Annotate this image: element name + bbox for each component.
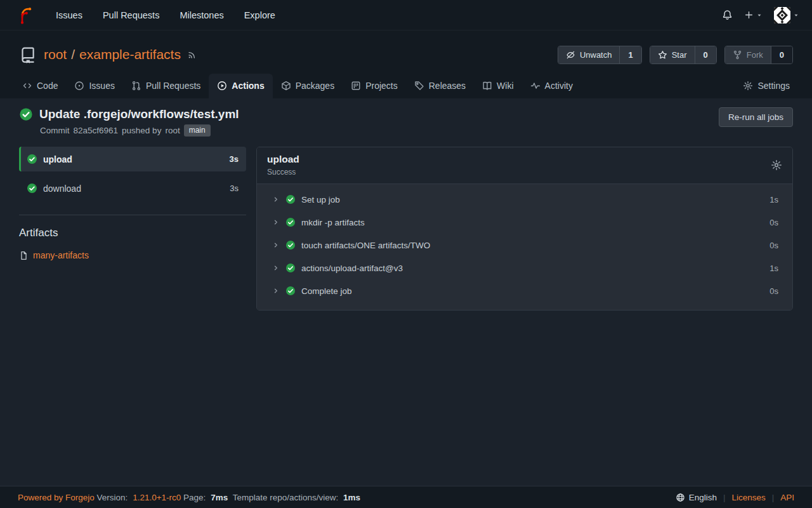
licenses-link[interactable]: Licenses (731, 493, 765, 502)
check-circle-icon (285, 217, 296, 227)
star-button[interactable]: Star 0 (650, 46, 717, 64)
tab-label: Code (37, 81, 58, 91)
user-menu[interactable] (770, 3, 803, 27)
nav-issues[interactable]: Issues (46, 0, 93, 30)
check-circle-icon (19, 107, 33, 121)
step-label: touch artifacts/ONE artifacts/TWO (301, 241, 430, 250)
tab-projects[interactable]: Projects (343, 74, 406, 98)
footer: Powered by Forgejo Version: 1.21.0+1-rc0… (0, 486, 812, 508)
repo-header: root / example-artifacts Unwatch 1 (0, 30, 812, 98)
template-time-value: 1ms (343, 493, 360, 502)
gear-icon[interactable] (771, 159, 782, 171)
star-label: Star (672, 50, 687, 60)
nav-pull-requests[interactable]: Pull Requests (93, 0, 169, 30)
powered-by-link[interactable]: Powered by Forgejo (18, 493, 95, 502)
repo-name-link[interactable]: example-artifacts (79, 47, 181, 62)
check-circle-icon (27, 183, 37, 194)
jobs-sidebar: upload 3s download 3s Artifacts many-art… (19, 147, 246, 260)
footer-links: English | Licenses | API (676, 493, 794, 502)
tab-label: Releases (429, 81, 466, 91)
nav-milestones[interactable]: Milestones (169, 0, 233, 30)
step-row-upload-artifact[interactable]: actions/upload-artifact@v3 1s (257, 257, 792, 279)
step-list: Set up job 1s mkdir -p artifacts 0s touc… (257, 184, 792, 310)
watchers-count[interactable]: 1 (619, 46, 641, 64)
step-row-touch[interactable]: touch artifacts/ONE artifacts/TWO 0s (257, 234, 792, 257)
footer-meta: Powered by Forgejo Version: 1.21.0+1-rc0… (18, 493, 363, 502)
chevron-right-icon (272, 218, 280, 226)
code-icon (22, 81, 32, 91)
step-label: Set up job (301, 195, 340, 204)
repo-owner-link[interactable]: root (44, 47, 67, 62)
job-item-download[interactable]: download 3s (19, 176, 246, 201)
tools-icon (743, 81, 753, 91)
file-icon (19, 251, 29, 260)
unwatch-label: Unwatch (580, 50, 612, 60)
chevron-right-icon (272, 287, 280, 295)
step-label: Complete job (301, 286, 352, 296)
star-icon (658, 50, 667, 60)
job-duration: 3s (230, 154, 239, 164)
chevron-right-icon (272, 196, 280, 203)
tab-pull-requests[interactable]: Pull Requests (123, 74, 209, 98)
commit-author[interactable]: root (165, 126, 180, 135)
api-link[interactable]: API (780, 493, 794, 502)
artifacts-heading: Artifacts (19, 227, 246, 239)
navbar-right (718, 3, 803, 27)
chevron-right-icon (272, 264, 280, 272)
tab-activity[interactable]: Activity (522, 74, 581, 98)
job-detail-panel: upload Success Set up job 1s (256, 147, 793, 311)
footer-divider: | (723, 493, 726, 502)
tab-releases[interactable]: Releases (406, 74, 474, 98)
caret-down-icon (793, 12, 799, 18)
version-link[interactable]: 1.21.0+1-rc0 (133, 493, 181, 502)
unwatch-button[interactable]: Unwatch 1 (558, 46, 642, 64)
template-time-label: Template repo/actions/view: (233, 493, 339, 502)
avatar-identicon[interactable] (774, 7, 790, 23)
book-icon (482, 81, 492, 91)
bell-icon[interactable] (718, 6, 737, 24)
forks-count[interactable]: 0 (771, 46, 792, 64)
fork-button[interactable]: Fork 0 (724, 46, 793, 64)
breadcrumb-divider: / (71, 47, 75, 62)
repo-icon (19, 46, 36, 64)
job-name: upload (43, 154, 72, 164)
check-circle-icon (27, 154, 37, 164)
run-title: Update .forgejo/workflows/test.yml (39, 107, 239, 121)
language-label: English (689, 493, 717, 502)
create-new-button[interactable] (740, 6, 766, 23)
globe-icon (676, 493, 685, 502)
pull-request-icon (131, 81, 141, 91)
tab-label: Actions (232, 81, 264, 91)
footer-divider: | (772, 493, 775, 502)
artifact-link[interactable]: many-artifacts (33, 250, 89, 260)
rss-icon[interactable] (187, 50, 197, 60)
check-circle-icon (285, 263, 296, 273)
tab-packages[interactable]: Packages (273, 74, 343, 98)
nav-explore[interactable]: Explore (234, 0, 285, 30)
step-row-complete[interactable]: Complete job 0s (257, 279, 792, 302)
step-label: actions/upload-artifact@v3 (301, 264, 403, 273)
artifact-item: many-artifacts (19, 250, 246, 260)
tab-issues[interactable]: Issues (66, 74, 122, 98)
job-detail-title: upload (267, 154, 299, 165)
commit-sha[interactable]: 82a5cf6961 (74, 126, 119, 135)
tab-code[interactable]: Code (14, 74, 66, 98)
top-navbar: Issues Pull Requests Milestones Explore (0, 0, 812, 30)
job-duration: 3s (230, 184, 239, 193)
tab-actions[interactable]: Actions (209, 74, 272, 98)
job-item-upload[interactable]: upload 3s (19, 147, 246, 171)
step-row-setup[interactable]: Set up job 1s (257, 188, 792, 211)
tab-wiki[interactable]: Wiki (474, 74, 521, 98)
step-duration: 1s (769, 264, 778, 273)
check-circle-icon (285, 194, 296, 204)
step-row-mkdir[interactable]: mkdir -p artifacts 0s (257, 211, 792, 234)
tab-label: Issues (89, 81, 114, 91)
rerun-all-jobs-button[interactable]: Re-run all jobs (719, 107, 793, 127)
branch-badge[interactable]: main (184, 124, 211, 137)
eye-slash-icon (566, 50, 575, 60)
check-circle-icon (285, 286, 296, 296)
forgejo-logo-icon[interactable] (16, 6, 36, 25)
language-selector[interactable]: English (676, 493, 717, 502)
tab-settings[interactable]: Settings (735, 74, 798, 98)
stars-count[interactable]: 0 (695, 46, 716, 64)
